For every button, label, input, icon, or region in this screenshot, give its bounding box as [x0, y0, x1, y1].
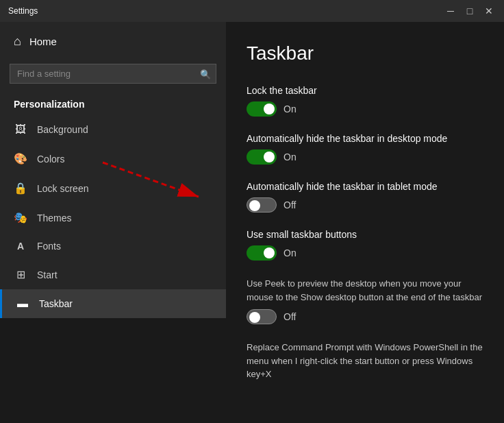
hide-desktop-state: On: [284, 152, 297, 162]
hide-tablet-knob: [249, 200, 260, 211]
sidebar-item-taskbar[interactable]: ▬ Taskbar: [0, 289, 226, 318]
lock-taskbar-toggle[interactable]: [247, 101, 277, 117]
sidebar-item-themes[interactable]: 🎭 Themes: [0, 203, 226, 232]
small-buttons-state: On: [284, 247, 297, 258]
lock-screen-icon: 🔒: [14, 182, 27, 195]
themes-label: Themes: [37, 213, 72, 223]
minimize-button[interactable]: ─: [444, 4, 457, 18]
start-label: Start: [37, 269, 58, 280]
page-title: Taskbar: [247, 43, 483, 64]
hide-desktop-toggle-row: On: [247, 149, 483, 165]
hide-tablet-toggle[interactable]: [247, 197, 277, 213]
search-input[interactable]: [10, 64, 216, 84]
setting-small-buttons: Use small taskbar buttons On: [247, 229, 483, 261]
fonts-icon: A: [14, 241, 27, 252]
peek-state: Off: [284, 311, 296, 322]
home-label: Home: [29, 36, 57, 47]
hide-desktop-knob: [264, 152, 275, 162]
lock-screen-label: Lock screen: [37, 183, 88, 194]
peek-toggle-row: Off: [247, 309, 483, 324]
hide-desktop-toggle[interactable]: [247, 149, 277, 165]
sidebar-item-lock-screen[interactable]: 🔒 Lock screen: [0, 173, 226, 203]
window-controls: ─ □ ✕: [444, 4, 496, 18]
search-icon: 🔍: [200, 69, 211, 79]
small-buttons-knob: [264, 247, 275, 258]
lock-taskbar-label: Lock the taskbar: [247, 85, 483, 96]
close-button[interactable]: ✕: [482, 4, 496, 18]
maximize-button[interactable]: □: [463, 4, 477, 18]
small-buttons-toggle-row: On: [247, 245, 483, 261]
sidebar-home[interactable]: ⌂ Home: [0, 22, 226, 61]
setting-peek: Use Peek to preview the desktop when you…: [247, 277, 483, 324]
fonts-label: Fonts: [37, 241, 61, 252]
setting-lock-taskbar: Lock the taskbar On: [247, 85, 483, 117]
hide-tablet-toggle-row: Off: [247, 197, 483, 213]
lock-taskbar-state: On: [284, 104, 297, 114]
colors-label: Colors: [37, 154, 64, 165]
background-label: Background: [37, 124, 88, 135]
sidebar-search[interactable]: 🔍: [10, 64, 216, 84]
taskbar-icon: ▬: [16, 298, 29, 310]
sidebar-item-background[interactable]: 🖼 Background: [0, 115, 226, 144]
sidebar-section-title: Personalization: [0, 92, 226, 115]
small-buttons-label: Use small taskbar buttons: [247, 229, 483, 240]
powershell-description: Replace Command Prompt with Windows Powe…: [247, 341, 483, 381]
setting-powershell: Replace Command Prompt with Windows Powe…: [247, 341, 483, 381]
lock-taskbar-toggle-row: On: [247, 101, 483, 117]
home-icon: ⌂: [14, 34, 21, 49]
peek-toggle[interactable]: [247, 309, 277, 324]
themes-icon: 🎭: [14, 211, 27, 224]
app-title: Settings: [8, 6, 444, 16]
lock-taskbar-knob: [264, 104, 275, 114]
title-bar: Settings ─ □ ✕: [0, 0, 504, 22]
start-icon: ⊞: [14, 268, 27, 281]
sidebar-item-fonts[interactable]: A Fonts: [0, 232, 226, 260]
background-icon: 🖼: [14, 123, 27, 136]
setting-hide-tablet: Automatically hide the taskbar in tablet…: [247, 181, 483, 213]
setting-hide-desktop: Automatically hide the taskbar in deskto…: [247, 133, 483, 165]
taskbar-label: Taskbar: [39, 298, 73, 309]
right-panel: Taskbar Lock the taskbar On Automaticall…: [226, 22, 504, 423]
main-content: ⌂ Home 🔍 Personalization 🖼 Background 🎨 …: [0, 22, 504, 423]
colors-icon: 🎨: [14, 152, 27, 165]
peek-knob: [249, 312, 260, 323]
hide-desktop-label: Automatically hide the taskbar in deskto…: [247, 133, 483, 144]
sidebar-item-start[interactable]: ⊞ Start: [0, 260, 226, 289]
small-buttons-toggle[interactable]: [247, 245, 277, 261]
hide-tablet-label: Automatically hide the taskbar in tablet…: [247, 181, 483, 192]
hide-tablet-state: Off: [284, 200, 296, 210]
sidebar: ⌂ Home 🔍 Personalization 🖼 Background 🎨 …: [0, 22, 226, 318]
sidebar-item-colors[interactable]: 🎨 Colors: [0, 144, 226, 173]
peek-description: Use Peek to preview the desktop when you…: [247, 277, 483, 304]
sidebar-wrapper: ⌂ Home 🔍 Personalization 🖼 Background 🎨 …: [0, 22, 226, 423]
